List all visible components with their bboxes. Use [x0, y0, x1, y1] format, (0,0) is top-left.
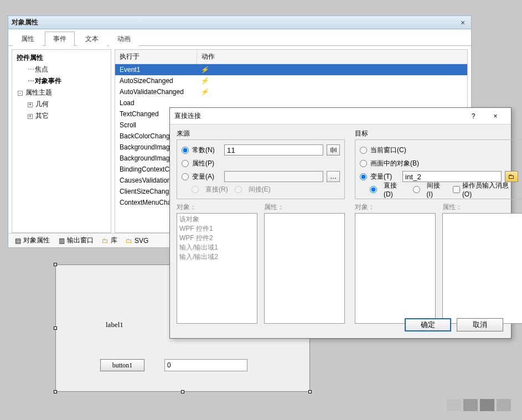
expand-icon[interactable]: + — [28, 102, 33, 107]
cancel-button[interactable]: 取消 — [457, 318, 503, 331]
tab-animation[interactable]: 动画 — [109, 32, 139, 46]
list-item[interactable]: 该对象 — [179, 215, 255, 224]
list-item[interactable]: 输入/输出域1 — [179, 243, 255, 252]
resize-handle[interactable] — [54, 390, 57, 393]
target-property-list[interactable] — [442, 213, 522, 324]
prop-win-titlebar[interactable]: 对象属性 × — [8, 16, 471, 29]
list-item[interactable]: WPF 控件1 — [179, 224, 255, 234]
tab-properties[interactable]: 属性 — [13, 32, 43, 46]
source-title: 来源 — [177, 129, 345, 138]
target-property-label: 属性： — [442, 203, 522, 212]
label-target-current-window: 当前窗口(C) — [370, 146, 406, 155]
output-icon: ▥ — [58, 237, 65, 245]
source-variable-input — [224, 171, 323, 182]
resize-handle[interactable] — [54, 326, 57, 330]
label-source-variable: 变量(A) — [192, 172, 221, 182]
direct-connection-dialog: 直接连接 ? × 来源 常数(N) — [169, 107, 511, 339]
radio-target-current-window[interactable] — [360, 147, 367, 154]
tab-text[interactable]: 文本 — [77, 32, 107, 46]
toolbar-svg[interactable]: 🗀 SVG — [123, 236, 151, 246]
label-source-property: 属性(P) — [192, 159, 221, 168]
tree-item[interactable]: +几何 — [12, 98, 111, 110]
collapse-icon[interactable]: - — [18, 91, 23, 96]
list-item[interactable]: 输入/输出域2 — [179, 252, 255, 262]
grid-col-execute[interactable]: 执行于 — [115, 50, 197, 64]
dialog-title: 直接连接 — [174, 111, 462, 121]
source-object-label: 对象： — [177, 203, 257, 212]
tree-item[interactable]: -属性主题 — [12, 87, 111, 98]
event-row[interactable]: AutoValidateChanged⚡ — [115, 86, 467, 97]
radio-source-property[interactable] — [182, 160, 189, 167]
radio-source-indirect — [235, 186, 242, 193]
svg-icon: 🗀 — [125, 237, 133, 245]
browse-icon[interactable]: … — [327, 171, 340, 182]
target-object-list[interactable] — [355, 213, 436, 324]
event-row[interactable]: AutoSizeChanged⚡ — [115, 75, 467, 86]
event-row[interactable]: Load — [115, 97, 467, 108]
watermark — [447, 399, 511, 411]
design-button1[interactable]: button1 — [100, 359, 144, 371]
label-source-constant: 常数(N) — [192, 146, 221, 155]
tree-item[interactable]: +其它 — [12, 110, 111, 122]
target-group: 目标 当前窗口(C) 画面中的对象(B) 变量(T) — [355, 129, 522, 324]
design-textbox[interactable] — [164, 359, 247, 371]
dialog-titlebar[interactable]: 直接连接 ? × — [170, 108, 511, 125]
folder-icon: 🗀 — [101, 237, 109, 245]
label-target-variable: 变量(T) — [370, 172, 399, 182]
prop-win-title: 对象属性 — [12, 18, 458, 27]
settings-icon[interactable] — [327, 144, 340, 155]
resize-handle[interactable] — [181, 390, 184, 393]
list-item[interactable]: WPF 控件2 — [179, 234, 255, 243]
resize-handle[interactable] — [308, 390, 312, 393]
radio-source-constant[interactable] — [182, 147, 189, 154]
constant-input[interactable] — [224, 144, 323, 155]
radio-target-direct[interactable] — [370, 186, 377, 193]
expand-icon[interactable]: + — [28, 114, 33, 119]
category-tree[interactable]: 控件属性 ⋯ 焦点⋯ 对象事件-属性主题+几何+其它 — [12, 49, 111, 233]
tree-item[interactable]: ⋯ 对象事件 — [12, 75, 111, 87]
radio-source-direct — [192, 186, 199, 193]
close-button[interactable]: × — [484, 108, 507, 124]
checkbox-operator-input[interactable] — [453, 186, 460, 193]
lightning-icon: ⚡ — [200, 77, 209, 85]
radio-target-variable[interactable] — [360, 173, 367, 180]
toolbar-output-window[interactable]: ▥ 输出窗口 — [55, 235, 96, 246]
resize-handle[interactable] — [54, 263, 57, 266]
ok-button[interactable]: 确定 — [405, 318, 451, 331]
lightning-icon: ⚡ — [200, 66, 209, 74]
target-object-label: 对象： — [355, 203, 436, 212]
target-title: 目标 — [355, 129, 522, 138]
radio-target-indirect[interactable] — [413, 186, 420, 193]
source-object-list[interactable]: 该对象WPF 控件1WPF 控件2输入/输出域1输入/输出域2 — [177, 213, 257, 324]
design-label1[interactable]: label1 — [106, 320, 123, 329]
event-row[interactable]: Event1⚡ — [115, 64, 467, 75]
tree-item[interactable]: ⋯ 焦点 — [12, 64, 111, 75]
source-property-label: 属性： — [264, 203, 345, 212]
tree-header: 控件属性 — [12, 52, 111, 64]
grid-col-action[interactable]: 动作 — [197, 50, 219, 64]
tabstrip: 属性 事件 文本 动画 — [8, 29, 471, 46]
source-property-list[interactable] — [264, 213, 345, 324]
properties-icon: ▤ — [14, 237, 22, 245]
lightning-icon: ⚡ — [200, 88, 209, 96]
tab-events[interactable]: 事件 — [45, 32, 75, 46]
label-target-screen-object: 画面中的对象(B) — [370, 159, 419, 168]
source-group: 来源 常数(N) 属性(P) — [177, 129, 345, 324]
radio-target-screen-object[interactable] — [360, 160, 367, 167]
close-icon[interactable]: × — [458, 18, 468, 27]
toolbar-library[interactable]: 🗀 库 — [99, 235, 120, 246]
help-button[interactable]: ? — [462, 108, 484, 124]
radio-source-variable[interactable] — [182, 173, 189, 180]
toolbar-object-properties[interactable]: ▤ 对象属性 — [12, 235, 52, 246]
